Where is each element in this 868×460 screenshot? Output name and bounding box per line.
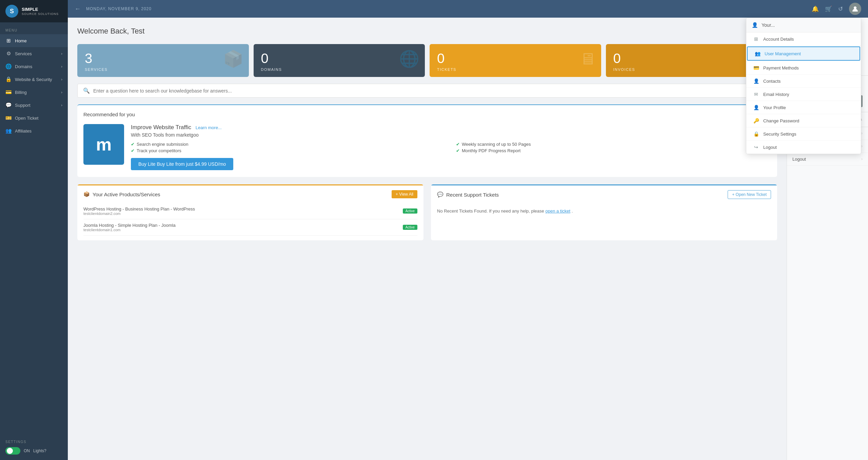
shortcut-arrow-icon: › — [861, 157, 863, 161]
rec-logo: m — [83, 124, 124, 165]
stat-num-services: 3 — [85, 51, 241, 66]
sidebar-item-label: Domains — [15, 64, 32, 69]
logo: S SIMPLE SOURCE SOLUTIONS — [0, 0, 68, 22]
lights-toggle-row: ON Lights? — [5, 447, 62, 455]
back-button[interactable]: ← — [75, 5, 81, 13]
active-badge: Active — [403, 208, 417, 214]
sidebar-item-label: Support — [15, 103, 31, 108]
dropdown-your-profile[interactable]: 👤 Your Profile — [746, 101, 861, 114]
logout-icon: ↪ — [753, 144, 759, 150]
active-services-body: WordPress Hosting - Business Hosting Pla… — [77, 203, 423, 240]
chevron-right-icon: › — [61, 52, 62, 56]
dropdown-header-text: Your... — [762, 22, 775, 28]
sidebar-item-domains[interactable]: 🌐 Domains › — [0, 60, 68, 73]
chevron-right-icon: › — [61, 64, 62, 68]
user-avatar[interactable] — [849, 3, 861, 15]
svg-point-0 — [854, 6, 856, 9]
stat-label-services: SERVICES — [85, 67, 241, 72]
rec-feature-3: ✔Weekly scanning of up to 50 Pages — [456, 142, 771, 147]
stats-row: 3 SERVICES 📦 0 DOMAINS 🌐 0 TICKETS 🖥 0 I… — [77, 44, 777, 77]
support-tickets-card: 💬 Recent Support Tickets + Open New Tick… — [431, 184, 777, 240]
search-bar: 🔍 — [77, 84, 777, 98]
dropdown-item-label: Payment Methods — [763, 65, 799, 71]
settings-label: SETTINGS — [5, 440, 62, 444]
service-info: Joomla Hosting - Simple Hosting Plan - J… — [83, 223, 176, 232]
lights-label: Lights? — [33, 448, 46, 453]
dropdown-security-settings[interactable]: 🔒 Security Settings — [746, 127, 861, 141]
profile-icon: 👤 — [753, 105, 759, 110]
lock-icon: 🔒 — [753, 131, 759, 137]
sidebar-item-support[interactable]: 💬 Support › — [0, 99, 68, 112]
sidebar-item-affiliates[interactable]: 👥 Affiliates — [0, 124, 68, 137]
contacts-icon: 👤 — [753, 78, 759, 84]
view-all-button[interactable]: + View All — [392, 190, 417, 198]
check-icon: ✔ — [131, 148, 135, 153]
chevron-right-icon: › — [61, 90, 62, 94]
service-row: Joomla Hosting - Simple Hosting Plan - J… — [83, 219, 417, 236]
recommended-title: Recommended for you — [83, 112, 135, 117]
chevron-right-icon: › — [61, 103, 62, 107]
sidebar-item-label: Home — [15, 38, 27, 43]
security-icon: 🔒 — [5, 76, 12, 82]
dropdown-email-history[interactable]: ✉ Email History — [746, 88, 861, 101]
dropdown-user-icon: 👤 — [752, 22, 758, 28]
dropdown-item-label: Logout — [763, 145, 777, 150]
dropdown-header: 👤 Your... — [746, 18, 861, 33]
sidebar-item-website-security[interactable]: 🔒 Website & Security › — [0, 73, 68, 86]
domains-bg-icon: 🌐 — [399, 49, 419, 68]
dropdown-account-details[interactable]: ⊞ Account Details — [746, 33, 861, 46]
sidebar-item-home[interactable]: ⊞ Home — [0, 34, 68, 47]
sidebar-item-billing[interactable]: 💳 Billing › — [0, 86, 68, 99]
stat-card-tickets[interactable]: 0 TICKETS 🖥 — [430, 44, 601, 77]
sidebar-item-label: Website & Security — [15, 77, 52, 82]
dropdown-item-label: Security Settings — [763, 132, 796, 137]
server-icon: 📦 — [83, 191, 90, 197]
dropdown-payment-methods[interactable]: 💳 Payment Methods — [746, 61, 861, 75]
dropdown-item-label: Your Profile — [763, 105, 786, 110]
service-domain: testclientdomain2.com — [83, 212, 195, 216]
welcome-row: Welcome Back, Test › — [77, 26, 777, 37]
cart-icon[interactable]: 🛒 — [825, 5, 832, 13]
sidebar-item-open-ticket[interactable]: 🎫 Open Ticket — [0, 112, 68, 124]
support-tickets-title: 💬 Recent Support Tickets — [437, 192, 499, 198]
topbar: ← MONDAY, NOVEMBER 9, 2020 🔔 🛒 ↺ — [68, 0, 868, 18]
refresh-icon[interactable]: ↺ — [838, 5, 843, 13]
bottom-row: 📦 Your Active Products/Services + View A… — [77, 184, 777, 240]
shortcut-logout[interactable]: Logout › — [787, 153, 868, 166]
open-ticket-link[interactable]: open a ticket — [545, 208, 570, 214]
stat-label-tickets: TICKETS — [437, 67, 594, 72]
rec-content: Improve Website Traffic Learn more... Wi… — [131, 124, 771, 170]
service-row: WordPress Hosting - Business Hosting Pla… — [83, 203, 417, 219]
dropdown-contacts[interactable]: 👤 Contacts — [746, 75, 861, 88]
dropdown-user-management[interactable]: 👥 User Management — [747, 46, 860, 61]
dropdown-item-label: Change Password — [763, 118, 799, 123]
lights-toggle[interactable] — [5, 447, 20, 455]
page-content: Welcome Back, Test › 3 SERVICES 📦 0 DOMA… — [68, 18, 787, 460]
stat-card-domains[interactable]: 0 DOMAINS 🌐 — [254, 44, 425, 77]
sidebar-item-label: Services — [15, 51, 32, 56]
check-icon: ✔ — [456, 142, 460, 147]
rec-features: ✔Search engine submission ✔Weekly scanni… — [131, 142, 771, 153]
dropdown-change-password[interactable]: 🔑 Change Password — [746, 114, 861, 127]
check-icon: ✔ — [456, 148, 460, 153]
rec-learn-more-link[interactable]: Learn more... — [196, 125, 222, 130]
user-management-icon: 👥 — [754, 51, 761, 56]
open-new-ticket-button[interactable]: + Open New Ticket — [728, 190, 771, 199]
stat-card-services[interactable]: 3 SERVICES 📦 — [77, 44, 249, 77]
bell-icon[interactable]: 🔔 — [812, 5, 819, 13]
service-name: Joomla Hosting - Simple Hosting Plan - J… — [83, 223, 176, 228]
toggle-knob — [7, 448, 13, 454]
rec-title: Improve Website Traffic Learn more... — [131, 124, 771, 131]
search-icon: 🔍 — [83, 87, 90, 94]
dropdown-item-label: User Management — [765, 51, 801, 56]
billing-icon: 💳 — [5, 89, 12, 95]
sidebar-item-services[interactable]: ⚙ Services › — [0, 47, 68, 60]
sidebar-item-label: Open Ticket — [15, 116, 38, 121]
search-input[interactable] — [93, 88, 771, 94]
dropdown-logout[interactable]: ↪ Logout — [746, 141, 861, 154]
no-tickets-message: No Recent Tickets Found. If you need any… — [437, 204, 771, 219]
recommended-body: m Improve Website Traffic Learn more... … — [77, 119, 777, 177]
rec-buy-button[interactable]: Buy Lite Buy Lite from just $4.99 USD/mo — [131, 158, 233, 170]
affiliates-icon: 👥 — [5, 128, 12, 134]
sidebar-item-label: Affiliates — [15, 128, 32, 134]
